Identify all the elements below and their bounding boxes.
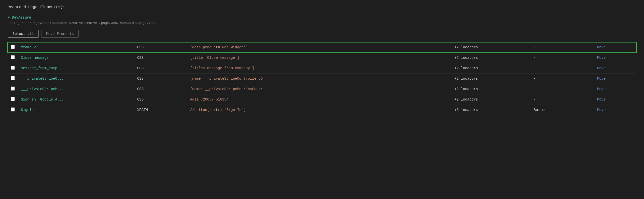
extra-locators-4: +2 locators [451, 74, 531, 84]
locator-type-3: CSS [134, 63, 187, 74]
page-container: Recorded Page Element(s): + DevAssure ad… [8, 5, 636, 115]
element-name-4: ___privateStripeC... [18, 74, 134, 84]
section-header: + DevAssure adding /Users/gayathri/Docum… [8, 16, 636, 25]
table-row: SignInXPATH//button[text()="Sign In"]+6 … [8, 105, 636, 115]
element-name-3: Message_from_comp... [18, 63, 134, 74]
row-checkbox-7[interactable] [11, 107, 15, 111]
locator-value-4: [name='__privateStripeController56 [187, 74, 451, 84]
locator-type-2: CSS [134, 53, 187, 63]
locator-value-1: [data-product='web_widget'] [187, 42, 451, 53]
row-checkbox-1[interactable] [11, 45, 15, 49]
elements-table: frame_27CSS[data-product='web_widget']+2… [8, 42, 636, 115]
extra-locators-6: +2 locators [451, 94, 531, 105]
locator-value-6: #gsi_720657_516354 [187, 94, 451, 105]
move-button-3[interactable]: Move [594, 63, 636, 74]
locator-type-7: XPATH [134, 105, 187, 115]
row-checkbox-3[interactable] [11, 66, 15, 70]
element-type-7: Button [531, 105, 594, 115]
devassure-link[interactable]: + DevAssure [8, 16, 636, 20]
file-path: adding /Users/gayathri/Documents/Marvel/… [8, 21, 636, 25]
extra-locators-5: +2 locators [451, 84, 531, 94]
row-checkbox-5[interactable] [11, 87, 15, 91]
locator-type-6: CSS [134, 94, 187, 105]
element-type-4: - [531, 74, 594, 84]
element-name-6: Sign_In__Google_A... [18, 94, 134, 105]
element-type-1: - [531, 42, 594, 53]
locator-value-3: [title='Message from company'] [187, 63, 451, 74]
element-type-6: - [531, 94, 594, 105]
move-button-6[interactable]: Move [594, 94, 636, 105]
move-button-7[interactable]: Move [594, 105, 636, 115]
table-row: ___privateStripeC...CSS[name='__privateS… [8, 74, 636, 84]
table-row: frame_27CSS[data-product='web_widget']+2… [8, 42, 636, 53]
move-elements-button[interactable]: Move Elements [41, 30, 79, 38]
locator-value-7: //button[text()="Sign In"] [187, 105, 451, 115]
locator-value-5: [name='__privateStripeMetricsContr [187, 84, 451, 94]
page-title: Recorded Page Element(s): [8, 5, 636, 9]
element-name-7: SignIn [18, 105, 134, 115]
element-type-2: - [531, 53, 594, 63]
table-row: Message_from_comp...CSS[title='Message f… [8, 63, 636, 74]
table-row: Sign_In__Google_A...CSS#gsi_720657_51635… [8, 94, 636, 105]
locator-type-1: CSS [134, 42, 187, 53]
extra-locators-2: +2 locators [451, 53, 531, 63]
element-name-1: frame_27 [18, 42, 134, 53]
table-row: Close_messageCSS[title='Close message']+… [8, 53, 636, 63]
locator-value-2: [title='Close message'] [187, 53, 451, 63]
move-button-5[interactable]: Move [594, 84, 636, 94]
extra-locators-3: +2 locators [451, 63, 531, 74]
row-checkbox-2[interactable] [11, 55, 15, 59]
element-name-5: ___privateStripeM... [18, 84, 134, 94]
row-checkbox-6[interactable] [11, 97, 15, 101]
table-row: ___privateStripeM...CSS[name='__privateS… [8, 84, 636, 94]
move-button-1[interactable]: Move [594, 42, 636, 53]
elements-table-wrapper: frame_27CSS[data-product='web_widget']+2… [8, 42, 636, 115]
element-type-5: - [531, 84, 594, 94]
row-checkbox-4[interactable] [11, 76, 15, 80]
element-type-3: - [531, 63, 594, 74]
extra-locators-7: +6 locators [451, 105, 531, 115]
select-all-button[interactable]: Select all [8, 30, 39, 38]
locator-type-5: CSS [134, 84, 187, 94]
toolbar: Select all Move Elements [8, 30, 636, 38]
locator-type-4: CSS [134, 74, 187, 84]
extra-locators-1: +2 locators [451, 42, 531, 53]
move-button-4[interactable]: Move [594, 74, 636, 84]
move-button-2[interactable]: Move [594, 53, 636, 63]
element-name-2: Close_message [18, 53, 134, 63]
